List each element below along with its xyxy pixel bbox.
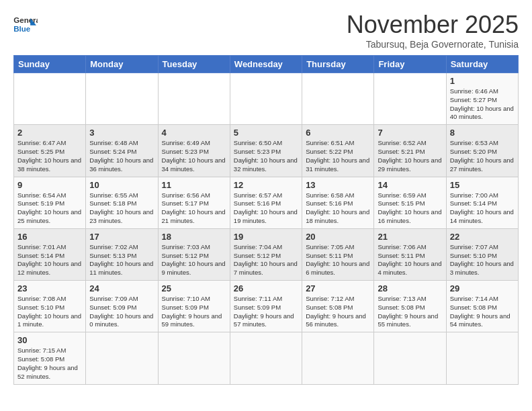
calendar-cell: 24Sunrise: 7:09 AM Sunset: 5:09 PM Dayli…: [86, 281, 158, 332]
calendar-week-row: 30Sunrise: 7:15 AM Sunset: 5:08 PM Dayli…: [14, 332, 519, 384]
day-info: Sunrise: 7:01 AM Sunset: 5:14 PM Dayligh…: [17, 243, 82, 277]
svg-text:Blue: Blue: [13, 25, 31, 33]
calendar-cell: 9Sunrise: 6:54 AM Sunset: 5:19 PM Daylig…: [14, 177, 86, 228]
calendar-cell: 19Sunrise: 7:04 AM Sunset: 5:12 PM Dayli…: [230, 228, 302, 280]
day-info: Sunrise: 7:04 AM Sunset: 5:12 PM Dayligh…: [234, 243, 298, 277]
logo: General Blue: [13, 13, 38, 35]
day-number: 7: [378, 128, 442, 138]
page-header: General Blue November 2025 Tabursuq, Bej…: [13, 11, 519, 50]
day-info: Sunrise: 7:11 AM Sunset: 5:09 PM Dayligh…: [234, 295, 298, 329]
calendar-cell: 21Sunrise: 7:06 AM Sunset: 5:11 PM Dayli…: [374, 228, 446, 280]
calendar-cell: 20Sunrise: 7:05 AM Sunset: 5:11 PM Dayli…: [302, 228, 374, 280]
calendar-cell: [446, 332, 518, 384]
calendar-week-row: 23Sunrise: 7:08 AM Sunset: 5:10 PM Dayli…: [14, 281, 519, 332]
day-info: Sunrise: 6:59 AM Sunset: 5:15 PM Dayligh…: [378, 191, 442, 226]
calendar-cell: 7Sunrise: 6:52 AM Sunset: 5:21 PM Daylig…: [374, 125, 446, 177]
calendar-cell: 28Sunrise: 7:13 AM Sunset: 5:08 PM Dayli…: [374, 281, 446, 332]
calendar-cell: 30Sunrise: 7:15 AM Sunset: 5:08 PM Dayli…: [14, 332, 86, 384]
day-info: Sunrise: 7:10 AM Sunset: 5:09 PM Dayligh…: [162, 295, 226, 329]
day-number: 4: [162, 128, 226, 138]
calendar-cell: 11Sunrise: 6:56 AM Sunset: 5:17 PM Dayli…: [158, 177, 230, 228]
day-info: Sunrise: 7:09 AM Sunset: 5:09 PM Dayligh…: [89, 295, 154, 329]
calendar-cell: 23Sunrise: 7:08 AM Sunset: 5:10 PM Dayli…: [14, 281, 86, 332]
day-number: 21: [378, 232, 442, 242]
calendar-week-row: 1Sunrise: 6:46 AM Sunset: 5:27 PM Daylig…: [14, 73, 519, 125]
day-number: 14: [378, 180, 442, 190]
calendar-cell: 29Sunrise: 7:14 AM Sunset: 5:08 PM Dayli…: [446, 281, 518, 332]
day-number: 11: [162, 180, 226, 190]
day-number: 29: [450, 283, 515, 293]
day-info: Sunrise: 7:07 AM Sunset: 5:10 PM Dayligh…: [450, 243, 515, 277]
day-number: 9: [17, 180, 82, 190]
day-info: Sunrise: 6:48 AM Sunset: 5:24 PM Dayligh…: [89, 139, 154, 173]
title-area: November 2025 Tabursuq, Beja Governorate…: [347, 11, 519, 50]
weekday-header-tuesday: Tuesday: [158, 56, 230, 73]
calendar-cell: 5Sunrise: 6:50 AM Sunset: 5:23 PM Daylig…: [230, 125, 302, 177]
day-info: Sunrise: 7:08 AM Sunset: 5:10 PM Dayligh…: [17, 295, 82, 329]
day-number: 16: [17, 232, 82, 242]
day-info: Sunrise: 7:02 AM Sunset: 5:13 PM Dayligh…: [89, 243, 154, 277]
calendar-cell: 12Sunrise: 6:57 AM Sunset: 5:16 PM Dayli…: [230, 177, 302, 228]
calendar-cell: 16Sunrise: 7:01 AM Sunset: 5:14 PM Dayli…: [14, 228, 86, 280]
calendar-cell: 14Sunrise: 6:59 AM Sunset: 5:15 PM Dayli…: [374, 177, 446, 228]
day-number: 25: [162, 283, 226, 293]
day-number: 22: [450, 232, 515, 242]
day-info: Sunrise: 7:03 AM Sunset: 5:12 PM Dayligh…: [162, 243, 226, 277]
day-info: Sunrise: 6:53 AM Sunset: 5:20 PM Dayligh…: [450, 139, 515, 173]
calendar-cell: 26Sunrise: 7:11 AM Sunset: 5:09 PM Dayli…: [230, 281, 302, 332]
day-number: 18: [162, 232, 226, 242]
day-number: 30: [17, 335, 82, 345]
day-number: 23: [17, 283, 82, 293]
calendar-cell: 13Sunrise: 6:58 AM Sunset: 5:16 PM Dayli…: [302, 177, 374, 228]
day-info: Sunrise: 6:50 AM Sunset: 5:23 PM Dayligh…: [234, 139, 298, 173]
weekday-header-thursday: Thursday: [302, 56, 374, 73]
calendar-body: 1Sunrise: 6:46 AM Sunset: 5:27 PM Daylig…: [14, 73, 519, 385]
day-info: Sunrise: 6:51 AM Sunset: 5:22 PM Dayligh…: [306, 139, 370, 173]
day-info: Sunrise: 6:49 AM Sunset: 5:23 PM Dayligh…: [162, 139, 226, 173]
calendar-cell: 8Sunrise: 6:53 AM Sunset: 5:20 PM Daylig…: [446, 125, 518, 177]
day-number: 12: [234, 180, 298, 190]
calendar-table: SundayMondayTuesdayWednesdayThursdayFrid…: [13, 55, 519, 385]
calendar-cell: 18Sunrise: 7:03 AM Sunset: 5:12 PM Dayli…: [158, 228, 230, 280]
weekday-header-saturday: Saturday: [446, 56, 518, 73]
calendar-cell: 3Sunrise: 6:48 AM Sunset: 5:24 PM Daylig…: [86, 125, 158, 177]
weekday-header-monday: Monday: [86, 56, 158, 73]
day-info: Sunrise: 7:12 AM Sunset: 5:08 PM Dayligh…: [306, 295, 370, 329]
day-info: Sunrise: 7:05 AM Sunset: 5:11 PM Dayligh…: [306, 243, 370, 277]
day-number: 24: [89, 283, 154, 293]
day-info: Sunrise: 7:00 AM Sunset: 5:14 PM Dayligh…: [450, 191, 515, 226]
day-info: Sunrise: 7:06 AM Sunset: 5:11 PM Dayligh…: [378, 243, 442, 277]
calendar-cell: [230, 73, 302, 125]
day-number: 2: [17, 128, 82, 138]
calendar-header-row: SundayMondayTuesdayWednesdayThursdayFrid…: [14, 56, 519, 73]
weekday-header-sunday: Sunday: [14, 56, 86, 73]
calendar-cell: [374, 332, 446, 384]
day-info: Sunrise: 7:14 AM Sunset: 5:08 PM Dayligh…: [450, 295, 515, 329]
calendar-cell: 25Sunrise: 7:10 AM Sunset: 5:09 PM Dayli…: [158, 281, 230, 332]
calendar-cell: [230, 332, 302, 384]
day-number: 27: [306, 283, 370, 293]
calendar-cell: 22Sunrise: 7:07 AM Sunset: 5:10 PM Dayli…: [446, 228, 518, 280]
calendar-cell: [374, 73, 446, 125]
day-info: Sunrise: 6:56 AM Sunset: 5:17 PM Dayligh…: [162, 191, 226, 226]
day-number: 3: [89, 128, 154, 138]
day-number: 17: [89, 232, 154, 242]
calendar-cell: 6Sunrise: 6:51 AM Sunset: 5:22 PM Daylig…: [302, 125, 374, 177]
calendar-cell: 10Sunrise: 6:55 AM Sunset: 5:18 PM Dayli…: [86, 177, 158, 228]
calendar-cell: [302, 73, 374, 125]
day-info: Sunrise: 6:52 AM Sunset: 5:21 PM Dayligh…: [378, 139, 442, 173]
calendar-cell: [14, 73, 86, 125]
calendar-cell: 1Sunrise: 6:46 AM Sunset: 5:27 PM Daylig…: [446, 73, 518, 125]
day-number: 10: [89, 180, 154, 190]
day-number: 8: [450, 128, 515, 138]
calendar-cell: [86, 332, 158, 384]
calendar-cell: [86, 73, 158, 125]
weekday-header-wednesday: Wednesday: [230, 56, 302, 73]
day-number: 1: [450, 76, 515, 86]
day-number: 15: [450, 180, 515, 190]
day-info: Sunrise: 7:13 AM Sunset: 5:08 PM Dayligh…: [378, 295, 442, 329]
day-number: 13: [306, 180, 370, 190]
calendar-cell: 4Sunrise: 6:49 AM Sunset: 5:23 PM Daylig…: [158, 125, 230, 177]
day-number: 26: [234, 283, 298, 293]
subtitle: Tabursuq, Beja Governorate, Tunisia: [347, 39, 519, 50]
